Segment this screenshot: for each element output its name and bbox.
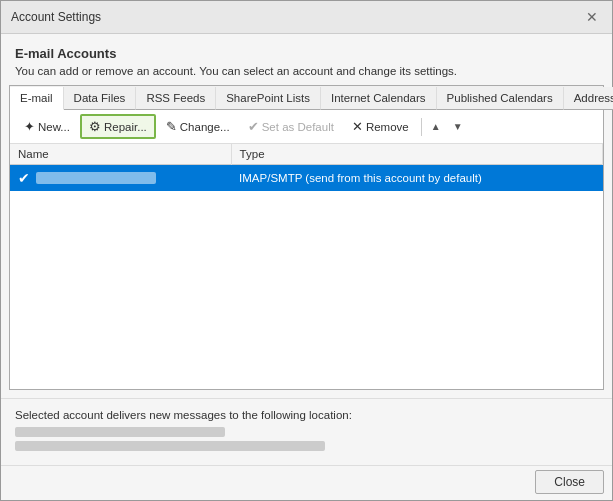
tab-address-books[interactable]: Address Books [564, 87, 613, 110]
title-bar: Account Settings ✕ [1, 1, 612, 34]
footer-line-1 [15, 427, 225, 437]
table-header-row: Name Type [10, 144, 603, 165]
set-default-button[interactable]: ✔ Set as Default [240, 115, 342, 138]
repair-button[interactable]: ⚙ Repair... [80, 114, 156, 139]
column-name-header: Name [10, 144, 231, 165]
remove-icon: ✕ [352, 119, 363, 134]
accounts-table: Name Type ✔ IMAP/SMTP (send from this ac… [10, 144, 603, 191]
tabs-container: E-mail Data Files RSS Feeds SharePoint L… [9, 85, 604, 390]
tab-internet-calendars[interactable]: Internet Calendars [321, 87, 437, 110]
change-button-label: Change... [180, 121, 230, 133]
new-icon: ✦ [24, 119, 35, 134]
close-button[interactable]: Close [535, 470, 604, 494]
tab-email[interactable]: E-mail [10, 87, 64, 110]
footer-label: Selected account delivers new messages t… [15, 409, 598, 421]
repair-icon: ⚙ [89, 119, 101, 134]
move-down-button[interactable]: ▼ [448, 117, 468, 136]
header-area: E-mail Accounts You can add or remove an… [1, 34, 612, 85]
window-title: Account Settings [11, 10, 101, 24]
column-type-header: Type [231, 144, 602, 165]
new-button-label: New... [38, 121, 70, 133]
change-button[interactable]: ✎ Change... [158, 115, 238, 138]
tab-published-calendars[interactable]: Published Calendars [437, 87, 564, 110]
footer-line-2 [15, 441, 325, 451]
header-description: You can add or remove an account. You ca… [15, 65, 598, 77]
tab-rss-feeds[interactable]: RSS Feeds [136, 87, 216, 110]
footer-area: Selected account delivers new messages t… [1, 398, 612, 465]
account-name-blurred [36, 172, 156, 184]
header-title: E-mail Accounts [15, 46, 598, 61]
up-arrow-icon: ▲ [431, 121, 441, 132]
change-icon: ✎ [166, 119, 177, 134]
tab-data-files[interactable]: Data Files [64, 87, 137, 110]
accounts-table-area: Name Type ✔ IMAP/SMTP (send from this ac… [10, 144, 603, 389]
default-account-icon: ✔ [18, 170, 30, 186]
account-name-cell: ✔ [10, 165, 231, 192]
account-settings-window: Account Settings ✕ E-mail Accounts You c… [0, 0, 613, 501]
repair-button-label: Repair... [104, 121, 147, 133]
tab-sharepoint-lists[interactable]: SharePoint Lists [216, 87, 321, 110]
set-default-label: Set as Default [262, 121, 334, 133]
move-up-button[interactable]: ▲ [426, 117, 446, 136]
remove-button-label: Remove [366, 121, 409, 133]
close-area: Close [1, 465, 612, 500]
table-row[interactable]: ✔ IMAP/SMTP (send from this account by d… [10, 165, 603, 192]
new-button[interactable]: ✦ New... [16, 115, 78, 138]
tabs-row: E-mail Data Files RSS Feeds SharePoint L… [10, 86, 603, 110]
account-type-cell: IMAP/SMTP (send from this account by def… [231, 165, 602, 192]
check-icon: ✔ [248, 119, 259, 134]
window-close-button[interactable]: ✕ [582, 7, 602, 27]
toolbar: ✦ New... ⚙ Repair... ✎ Change... ✔ Set a… [10, 110, 603, 144]
toolbar-separator [421, 118, 422, 136]
down-arrow-icon: ▼ [453, 121, 463, 132]
remove-button[interactable]: ✕ Remove [344, 115, 417, 138]
